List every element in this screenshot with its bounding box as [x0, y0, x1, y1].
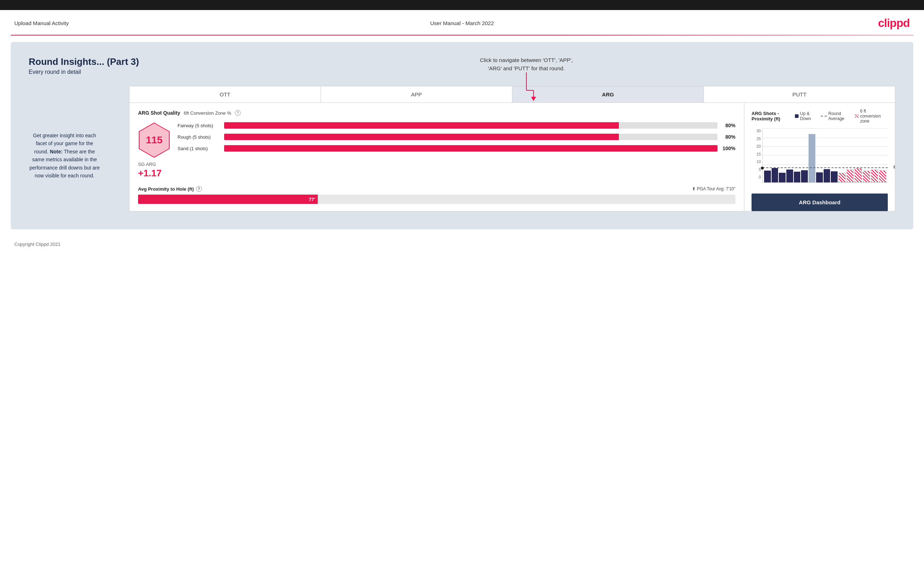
- left-desc-text: Get greater insight into each facet of y…: [29, 132, 100, 179]
- page-title: Round Insights... (Part 3): [29, 56, 895, 68]
- proximity-label: Avg Proximity to Hole (ft) ?: [138, 186, 202, 192]
- shot-row-rough: Rough (5 shots) 80%: [178, 134, 735, 140]
- hexagon-score: 115: [138, 122, 170, 158]
- nav-hint-text: Click to navigate between 'OTT', 'APP','…: [480, 57, 573, 71]
- page-subtitle: Every round in detail: [29, 69, 895, 75]
- chart-y-axis: 0 5 10 15 20 25 30: [751, 129, 762, 179]
- y-label-10: 10: [751, 160, 762, 164]
- chart-bar-15-hatched: [871, 169, 879, 182]
- proximity-bar-fill: 77': [138, 195, 317, 204]
- chart-bar-9: [824, 169, 830, 183]
- y-label-25: 25: [751, 137, 762, 141]
- chart-bar-10: [831, 171, 838, 183]
- sg-value: +1.17: [138, 168, 735, 179]
- chart-title: ARG Shots - Proximity (ft): [751, 111, 795, 121]
- chart-bars: [762, 129, 888, 182]
- svg-marker-3: [531, 97, 536, 101]
- dashboard-panel: OTT APP ARG PUTT ARG Shot Quality 6ft Co…: [129, 86, 895, 211]
- legend-conversion-zone: 6 ft conversion zone: [855, 109, 888, 124]
- legend-up-down: Up & Down: [795, 111, 816, 121]
- pga-avg-label: ⬆ PGA Tour Avg: 7'10": [692, 186, 735, 191]
- proximity-help-icon[interactable]: ?: [196, 186, 202, 192]
- bar-percent-fairway: 80%: [721, 122, 735, 128]
- proximity-marker: [317, 195, 318, 204]
- chart-bar-11-hatched: [838, 173, 846, 182]
- bar-percent-sand: 100%: [721, 145, 735, 151]
- chart-bar-2: [772, 168, 779, 183]
- proximity-bar-container: 77': [138, 195, 735, 204]
- tab-ott[interactable]: OTT: [129, 86, 321, 103]
- panel-right: ARG Shots - Proximity (ft) Up & Down Rou…: [745, 103, 895, 211]
- conversion-label: 6ft Conversion Zone %: [184, 110, 231, 116]
- chart-bar-16-hatched: [879, 170, 886, 183]
- chart-bar-13-hatched: [855, 168, 862, 183]
- chart-bar-6: [801, 170, 808, 183]
- shot-row-fairway: Fairway (5 shots) 80%: [178, 122, 735, 129]
- arg-dashboard-button[interactable]: ARG Dashboard: [751, 193, 888, 211]
- y-label-30: 30: [751, 129, 762, 133]
- proximity-header: Avg Proximity to Hole (ft) ? ⬆ PGA Tour …: [138, 186, 735, 192]
- chart-bar-14-hatched: [863, 171, 870, 182]
- main-content: Round Insights... (Part 3) Every round i…: [11, 42, 913, 229]
- bar-fairway: [224, 122, 717, 129]
- legend-round-avg: Round Average: [821, 111, 850, 121]
- chart-area: 8: [762, 129, 888, 183]
- chart-bar-12-hatched: [846, 169, 854, 182]
- legend-dash-icon: [821, 116, 827, 116]
- proximity-section: Avg Proximity to Hole (ft) ? ⬆ PGA Tour …: [138, 186, 735, 204]
- manual-date-label: User Manual - March 2022: [430, 20, 494, 26]
- shot-quality-header: ARG Shot Quality 6ft Conversion Zone % ?: [138, 110, 735, 116]
- shot-row-sand: Sand (1 shots) 100%: [178, 145, 735, 152]
- panel-body: ARG Shot Quality 6ft Conversion Zone % ?…: [129, 103, 895, 211]
- bar-rough: [224, 134, 717, 140]
- left-description: Get greater insight into each facet of y…: [29, 132, 100, 180]
- header: Upload Manual Activity User Manual - Mar…: [0, 10, 924, 35]
- chart-legend: Up & Down Round Average 6 ft conversion …: [795, 109, 888, 124]
- shot-label-rough: Rough (5 shots): [178, 134, 221, 140]
- round-avg-line: 8: [762, 168, 888, 168]
- shot-label-fairway: Fairway (5 shots): [178, 123, 221, 128]
- chart-bar-5: [794, 172, 801, 182]
- nav-hint: Click to navigate between 'OTT', 'APP','…: [480, 56, 573, 101]
- upload-manual-label: Upload Manual Activity: [15, 20, 69, 26]
- y-label-20: 20: [751, 144, 762, 148]
- bar-fill-fairway: [224, 122, 619, 129]
- bar-sand: [224, 145, 717, 152]
- help-icon[interactable]: ?: [235, 110, 241, 116]
- round-avg-dot: [761, 167, 764, 169]
- logo: clippd: [878, 16, 909, 30]
- legend-up-down-label: Up & Down: [800, 111, 816, 121]
- panel-left: ARG Shot Quality 6ft Conversion Zone % ?…: [129, 103, 745, 211]
- bar-fill-rough: [224, 134, 619, 140]
- proximity-label-text: Avg Proximity to Hole (ft): [138, 186, 194, 192]
- top-bar: [0, 0, 924, 10]
- header-divider: [11, 35, 913, 35]
- chart-bar-4: [786, 169, 793, 182]
- shot-label-sand: Sand (1 shots): [178, 146, 221, 151]
- sg-section: SG ARG +1.17: [138, 162, 735, 179]
- round-avg-label: 8: [893, 165, 895, 169]
- bar-percent-rough: 80%: [721, 134, 735, 140]
- shot-bars: Fairway (5 shots) 80% Rough (5 shots): [178, 122, 735, 156]
- chart-bar-8: [816, 172, 823, 183]
- chart-bar-3: [779, 173, 786, 182]
- hex-number: 115: [146, 134, 163, 146]
- chart-header: ARG Shots - Proximity (ft) Up & Down Rou…: [751, 109, 888, 124]
- copyright-text: Copyright Clippd 2021: [15, 242, 61, 247]
- bar-chart: 0 5 10 15 20 25 30: [751, 129, 888, 190]
- tab-putt[interactable]: PUTT: [704, 86, 895, 103]
- legend-conversion-label: 6 ft conversion zone: [860, 109, 888, 124]
- shot-quality-label: ARG Shot Quality: [138, 110, 180, 116]
- y-label-0: 0: [751, 175, 762, 179]
- bar-fill-sand: [224, 145, 717, 152]
- legend-hash-icon: [855, 114, 859, 118]
- legend-round-avg-label: Round Average: [828, 111, 850, 121]
- sg-label: SG ARG: [138, 162, 735, 167]
- chart-bar-7-tall: [809, 134, 815, 182]
- footer: Copyright Clippd 2021: [0, 236, 924, 253]
- legend-square-icon: [795, 114, 798, 118]
- hex-score-row: 115 Fairway (5 shots) 80%: [138, 122, 735, 158]
- chart-bar-1: [764, 171, 771, 182]
- y-label-15: 15: [751, 152, 762, 156]
- proximity-value: 77': [309, 197, 315, 202]
